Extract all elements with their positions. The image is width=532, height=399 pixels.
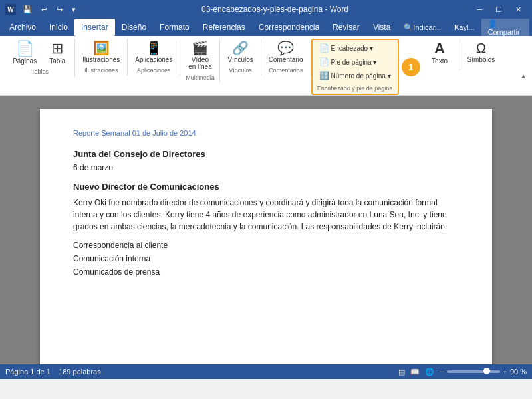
menu-formato[interactable]: Formato (153, 19, 196, 36)
undo-button[interactable]: ↩ (39, 4, 50, 15)
section-title[interactable]: Nuevo Director de Comunicaciones (73, 182, 459, 192)
word-icon: W (5, 4, 16, 15)
symbols-button[interactable]: Ω Símbolos (463, 39, 500, 66)
menu-diseno[interactable]: Diseño (115, 19, 153, 36)
video-button[interactable]: 🎬 Vídeoen línea (184, 39, 217, 73)
ribbon-group-simbolos: Ω Símbolos (460, 39, 503, 69)
illustrations-icon: 🖼️ (93, 41, 110, 55)
redo-button[interactable]: ↪ (54, 4, 65, 15)
text-icon: A (434, 41, 445, 56)
ribbon-group-tablas: 📄 Páginas ⊞ Tabla Tablas (5, 39, 75, 77)
user-account[interactable]: Kayl... (448, 19, 481, 36)
links-icon: 🔗 (232, 41, 249, 55)
ribbon-group-header-footer: 📄 Encabezado ▾ 📄 Pie de página ▾ 🔢 Númer… (311, 39, 399, 95)
menu-inicio[interactable]: Inicio (43, 19, 74, 36)
title-bar-left: W 💾 ↩ ↪ ▾ (5, 4, 78, 15)
apps-icon: 📱 (146, 41, 162, 55)
menu-vista[interactable]: Vista (366, 19, 397, 36)
table-button[interactable]: ⊞ Tabla (43, 39, 72, 67)
title-bar: W 💾 ↩ ↪ ▾ 03-encabezados-y-pies-de-pagin… (0, 0, 532, 19)
ribbon-group-comentarios: 💬 Comentario Comentarios (261, 39, 311, 76)
zoom-in-button[interactable]: + (503, 368, 507, 376)
zoom-slider[interactable] (447, 370, 500, 373)
list-item-2[interactable]: Comunicación interna (73, 254, 459, 263)
document-page: Reporte Semanal 01 de Julio de 2014 Junt… (40, 109, 492, 364)
header-button[interactable]: 📄 Encabezado ▾ (315, 41, 395, 55)
menu-insertar[interactable]: Insertar (74, 19, 115, 36)
ribbon-group-multimedia: 🎬 Vídeoen línea Multimedia (180, 39, 220, 83)
step-badge-1: 1 (402, 58, 420, 76)
status-left: Página 1 de 1 189 palabras (5, 368, 101, 376)
view-read-icon[interactable]: 📖 (410, 368, 420, 376)
footer-icon: 📄 (319, 57, 329, 66)
zoom-level: 90 % (510, 368, 527, 376)
window-controls: ─ ☐ ✕ (471, 4, 527, 15)
status-right: ▤ 📖 🌐 ─ + 90 % (398, 368, 527, 376)
ribbon-group-vinculos: 🔗 Vínculos Vínculos (220, 39, 261, 76)
view-web-icon[interactable]: 🌐 (425, 368, 434, 376)
share-button[interactable]: 👤 Compartir (481, 19, 530, 36)
document-body[interactable]: Kerry Oki fue nombrado director de comun… (73, 197, 459, 233)
maximize-button[interactable]: ☐ (490, 4, 507, 15)
ribbon: 📄 Páginas ⊞ Tabla Tablas 🖼️ Ilustracione… (0, 36, 532, 96)
ribbon-group-ilustraciones: 🖼️ Ilustraciones Ilustraciones (75, 39, 128, 76)
status-bar: Página 1 de 1 189 palabras ▤ 📖 🌐 ─ + 90 … (0, 364, 532, 379)
document-area: Reporte Semanal 01 de Julio de 2014 Junt… (0, 96, 532, 364)
comment-button[interactable]: 💬 Comentario (264, 39, 308, 66)
footer-button[interactable]: 📄 Pie de página ▾ (315, 55, 395, 68)
ribbon-group-aplicaciones: 📱 Aplicaciones Aplicaciones (128, 39, 180, 76)
menu-revisar[interactable]: Revisar (326, 19, 366, 36)
menu-archivo[interactable]: Archivo (3, 19, 43, 36)
page-info: Página 1 de 1 (5, 368, 51, 376)
window-title: 03-encabezados-y-pies-de-pagina - Word (78, 5, 471, 14)
close-button[interactable]: ✕ (510, 4, 527, 15)
search-box[interactable]: 🔍 Indicar... (397, 19, 448, 36)
page-number-icon: 🔢 (319, 71, 329, 80)
symbols-icon: Ω (476, 41, 486, 55)
menu-referencias[interactable]: Referencias (196, 19, 252, 36)
apps-button[interactable]: 📱 Aplicaciones (130, 39, 177, 66)
page-number-button[interactable]: 🔢 Número de página ▾ (315, 69, 395, 82)
menu-correspondencia[interactable]: Correspondencia (252, 19, 326, 36)
illustrations-button[interactable]: 🖼️ Ilustraciones (78, 39, 124, 66)
document-header: Reporte Semanal 01 de Julio de 2014 (73, 129, 459, 137)
save-button[interactable]: 💾 (20, 4, 35, 15)
text-button[interactable]: A Texto (425, 39, 454, 67)
comment-icon: 💬 (277, 41, 294, 55)
pages-icon: 📄 (16, 41, 34, 56)
list-item-1[interactable]: Correspondencia al cliente (73, 241, 459, 250)
links-button[interactable]: 🔗 Vínculos (223, 39, 257, 66)
minimize-button[interactable]: ─ (471, 4, 487, 15)
header-icon: 📄 (319, 43, 329, 53)
zoom-bar: ─ + 90 % (440, 368, 527, 376)
ribbon-group-texto: A Texto (420, 39, 460, 70)
pages-button[interactable]: 📄 Páginas (8, 39, 41, 67)
menu-bar: Archivo Inicio Insertar Diseño Formato R… (0, 19, 532, 36)
table-icon: ⊞ (51, 41, 63, 56)
document-title[interactable]: Junta del Consejo de Directores (73, 149, 459, 159)
zoom-thumb (483, 368, 490, 374)
zoom-out-button[interactable]: ─ (440, 368, 445, 376)
word-count: 189 palabras (59, 368, 101, 376)
qat-more-button[interactable]: ▾ (69, 4, 78, 15)
view-layout-icon[interactable]: ▤ (398, 368, 405, 376)
ribbon-collapse-button[interactable]: ▲ (517, 72, 529, 80)
video-icon: 🎬 (192, 41, 208, 55)
list-item-3[interactable]: Comunicados de prensa (73, 267, 459, 277)
document-date[interactable]: 6 de marzo (73, 163, 459, 172)
